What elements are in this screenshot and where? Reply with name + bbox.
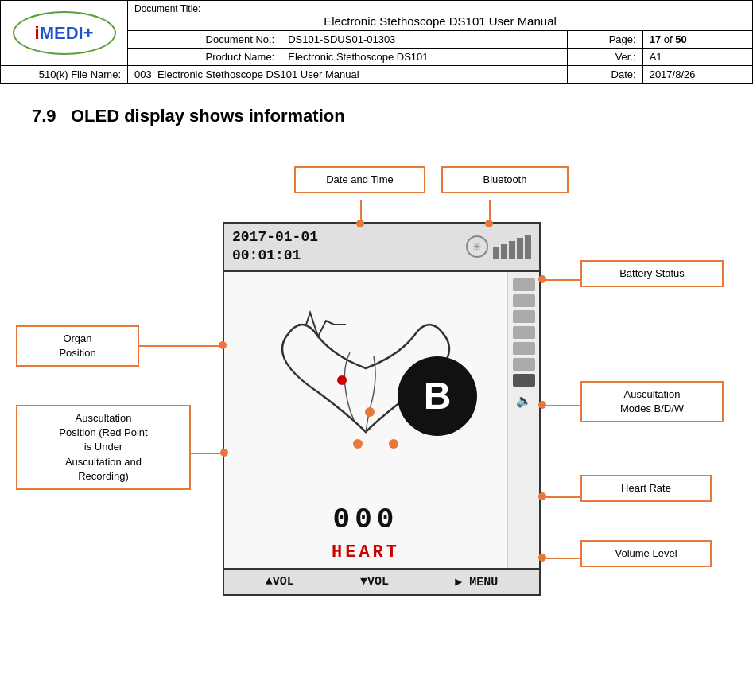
- battery-bars: [493, 235, 531, 259]
- time-line: 00:01:01: [232, 247, 318, 265]
- vol-seg-7: [513, 374, 535, 387]
- orange-dot-2: [353, 439, 363, 449]
- header-table: iMEDI+ Document Title: Electronic Stetho…: [0, 0, 753, 84]
- vol-seg-6: [513, 358, 535, 371]
- ver-value: A1: [642, 49, 752, 66]
- screen-bottom-bar: ▲VOL ▼VOL ▶ MENU: [224, 568, 539, 594]
- product-label: Product Name:: [128, 49, 281, 66]
- bluetooth-icon: ✳: [466, 235, 488, 258]
- annotation-heart-rate-label: Heart Rate: [621, 482, 671, 494]
- annotation-heart-rate: Heart Rate: [580, 475, 712, 502]
- speaker-icon: 🔈: [516, 393, 532, 408]
- doc-title-cell: Document Title: Electronic Stethoscope D…: [128, 1, 753, 31]
- vol-down-label: ▼VOL: [360, 575, 389, 589]
- battery-bar-2: [501, 244, 507, 259]
- screen-main: B 000 HEART: [224, 272, 507, 579]
- ver-label: Ver.:: [568, 49, 642, 66]
- file-label: 510(k) File Name:: [1, 66, 128, 84]
- section-title: OLED display shows information: [71, 106, 345, 126]
- dot-datetime: [356, 220, 364, 228]
- page-value: 17 of 50: [642, 31, 752, 49]
- annotation-volume-label: Volume Level: [615, 547, 677, 559]
- screen-body: B 000 HEART 🔈: [224, 272, 539, 579]
- dot-heart-rate: [538, 492, 546, 500]
- screen-right-bar: 🔈: [507, 272, 539, 579]
- device-screen: 2017-01-01 00:01:01 ✳: [223, 222, 541, 596]
- annotation-auscultation-pos-label: AuscultationPosition (Red Pointis UnderA…: [59, 412, 147, 482]
- vol-seg-4: [513, 326, 535, 339]
- connector-volume: [542, 558, 580, 559]
- diagram-area: 2017-01-01 00:01:01 ✳: [0, 142, 753, 620]
- annotation-volume: Volume Level: [580, 540, 712, 567]
- vol-seg-3: [513, 310, 535, 323]
- dot-battery: [538, 275, 546, 283]
- digits-display: 000: [333, 504, 399, 536]
- annotation-auscultation-pos: AuscultationPosition (Red Pointis UnderA…: [16, 405, 191, 490]
- connector-battery: [542, 279, 580, 281]
- annotation-organ: OrganPosition: [16, 325, 139, 367]
- section-heading: 7.9 OLED display shows information: [32, 106, 753, 126]
- logo-text: iMEDI+: [35, 23, 94, 44]
- screen-top-bar: 2017-01-01 00:01:01 ✳: [224, 224, 539, 272]
- connector-modes: [542, 405, 580, 406]
- vol-seg-5: [513, 342, 535, 355]
- red-dot-1: [337, 375, 347, 385]
- top-right-icons: ✳: [466, 235, 531, 259]
- vol-up-label: ▲VOL: [266, 575, 294, 589]
- dot-volume: [538, 554, 546, 562]
- file-value: 003_Electronic Stethoscope DS101 User Ma…: [128, 66, 568, 84]
- doc-title: Electronic Stethoscope DS101 User Manual: [134, 14, 746, 28]
- product-value: Electronic Stethoscope DS101: [281, 49, 568, 66]
- logo-cell: iMEDI+: [1, 1, 128, 66]
- doc-no-value: DS101-SDUS01-01303: [281, 31, 568, 49]
- page-current: 17: [650, 33, 661, 45]
- battery-bar-5: [525, 235, 531, 259]
- page-total: 50: [675, 33, 686, 45]
- big-b-circle: B: [398, 356, 477, 436]
- annotation-battery-label: Battery Status: [619, 267, 685, 279]
- datetime-display: 2017-01-01 00:01:01: [232, 228, 318, 266]
- date-value: 2017/8/26: [642, 66, 752, 84]
- page-of: of: [664, 33, 675, 45]
- vol-seg-1: [513, 278, 535, 291]
- doc-no-label: Document No.:: [128, 31, 281, 49]
- annotation-date-time-label: Date and Time: [326, 173, 394, 185]
- annotation-modes-label: AuscultationModes B/D/W: [620, 388, 684, 414]
- annotation-bluetooth-label: Bluetooth: [483, 173, 527, 185]
- annotation-battery: Battery Status: [580, 260, 724, 287]
- annotation-organ-label: OrganPosition: [59, 332, 95, 359]
- annotation-date-time: Date and Time: [294, 166, 425, 193]
- date-label: Date:: [568, 66, 642, 84]
- annotation-modes: AuscultationModes B/D/W: [580, 381, 724, 422]
- dot-auscultation-pos: [220, 449, 228, 457]
- orange-dot-1: [365, 407, 375, 417]
- battery-bar-1: [493, 247, 499, 259]
- connector-heart-rate: [542, 496, 580, 498]
- heart-container: B: [254, 289, 477, 504]
- dot-modes: [538, 401, 546, 409]
- date-line: 2017-01-01: [232, 228, 318, 247]
- annotation-bluetooth: Bluetooth: [441, 166, 569, 193]
- battery-bar-4: [517, 238, 523, 259]
- orange-dot-3: [389, 439, 398, 449]
- dot-organ: [219, 341, 227, 349]
- vol-seg-2: [513, 294, 535, 307]
- big-letter: B: [424, 374, 452, 418]
- battery-bar-3: [509, 241, 515, 259]
- page-label: Page:: [568, 31, 642, 49]
- heart-label: HEART: [332, 542, 400, 562]
- menu-label: ▶ MENU: [455, 574, 498, 589]
- doc-title-label: Document Title:: [134, 3, 746, 14]
- section-number: 7.9: [32, 106, 56, 126]
- connector-auscultation-pos: [191, 453, 224, 454]
- dot-bluetooth: [485, 220, 493, 228]
- connector-organ: [139, 345, 223, 347]
